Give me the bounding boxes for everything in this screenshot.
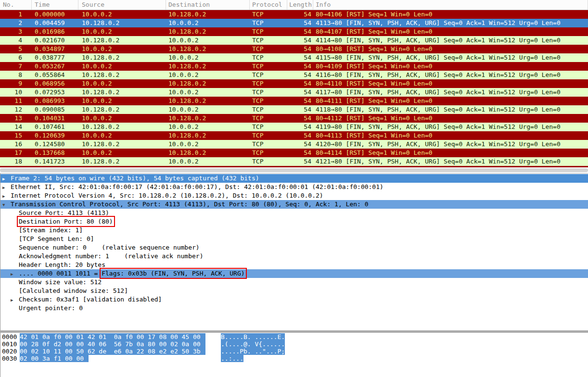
cell-destination: 10.128.0.2	[166, 45, 250, 53]
collapse-arrow-icon[interactable]: ▼	[2, 201, 11, 209]
cell-destination: 10.0.0.2	[166, 105, 250, 114]
packet-row[interactable]: 20.00445910.128.0.210.0.0.2TCP544113→80 …	[0, 19, 588, 27]
pane-splitter-top[interactable]	[0, 167, 588, 173]
cell-protocol: TCP	[250, 45, 287, 53]
cell-destination: 10.128.0.2	[166, 114, 250, 123]
packet-row[interactable]: 150.12063910.0.0.210.128.0.2TCP5480→4113…	[0, 131, 588, 140]
cell-protocol: TCP	[250, 97, 287, 105]
detail-line-frame[interactable]: ▶Frame 2: 54 bytes on wire (432 bits), 5…	[0, 174, 588, 183]
field-text: Sequence number: 0 (relative sequence nu…	[19, 244, 200, 251]
hex-bytes[interactable]: 00 28 0f d2 00 00 40 06 56 7b 0a 80 00 0…	[20, 340, 205, 348]
hex-ascii[interactable]: B.....B. ......E.	[221, 333, 285, 340]
splitter-handle[interactable]	[0, 168, 588, 172]
cell-length: 54	[287, 27, 313, 36]
cell-time: 0.034897	[32, 45, 78, 53]
hex-bytes[interactable]: 02 00 3a f1 00 00	[20, 355, 89, 362]
column-header-source[interactable]: Source	[78, 0, 166, 10]
packet-row[interactable]: 120.09008510.128.0.210.0.0.2TCP544118→80…	[0, 105, 588, 114]
cell-time: 0.104031	[32, 114, 78, 123]
cell-source: 10.128.0.2	[78, 105, 166, 114]
detail-line-header-length[interactable]: Header Length: 20 bytes	[0, 261, 588, 269]
cell-time: 0.021670	[32, 36, 78, 45]
cell-source: 10.128.0.2	[78, 157, 166, 166]
column-header-no[interactable]: No.	[0, 0, 32, 10]
packet-row[interactable]: 170.13766810.0.0.210.128.0.2TCP5480→4114…	[0, 149, 588, 157]
column-header-time[interactable]: Time	[32, 0, 78, 10]
expand-arrow-icon[interactable]: ▶	[11, 270, 19, 278]
detail-line-flags[interactable]: ▶.... 0000 0011 1011 = Flags: 0x03b (FIN…	[0, 269, 588, 278]
cell-no: 12	[0, 105, 32, 114]
packet-row[interactable]: 10.00000010.0.0.210.128.0.2TCP5480→4106 …	[0, 10, 588, 19]
detail-line-window-size[interactable]: Window size value: 512	[0, 278, 588, 287]
cell-destination: 10.128.0.2	[166, 131, 250, 140]
cell-source: 10.0.0.2	[78, 79, 166, 88]
packet-row[interactable]: 30.01698610.0.0.210.128.0.2TCP5480→4107 …	[0, 27, 588, 36]
cell-info: 80→4109 [RST] Seq=1 Win=0 Len=0	[313, 62, 588, 71]
cell-time: 0.090085	[32, 105, 78, 114]
cell-no: 9	[0, 79, 32, 88]
packet-row[interactable]: 100.07295310.128.0.210.0.0.2TCP544117→80…	[0, 88, 588, 97]
packet-row[interactable]: 50.03489710.0.0.210.128.0.2TCP5480→4108 …	[0, 45, 588, 53]
hex-ascii[interactable]: ..:...	[221, 355, 243, 362]
cell-protocol: TCP	[250, 62, 287, 71]
packet-row[interactable]: 160.12458010.128.0.210.0.0.2TCP544120→80…	[0, 140, 588, 149]
cell-destination: 10.0.0.2	[166, 140, 250, 149]
packet-row[interactable]: 40.02167010.128.0.210.0.0.2TCP544114→80 …	[0, 36, 588, 45]
column-header-info[interactable]: Info	[313, 0, 588, 10]
hex-ascii[interactable]: .(....@. V{......	[221, 340, 285, 348]
detail-line-segment-len[interactable]: [TCP Segment Len: 0]	[0, 235, 588, 243]
annotation-box: Flags: 0x03b (FIN, SYN, PSH, ACK, URG)	[102, 270, 244, 277]
cell-protocol: TCP	[250, 114, 287, 123]
hex-ascii[interactable]: .....Pb. .."...P;	[221, 348, 285, 355]
expand-arrow-icon[interactable]: ▶	[2, 192, 11, 201]
cell-destination: 10.128.0.2	[166, 79, 250, 88]
cell-source: 10.128.0.2	[78, 71, 166, 79]
cell-length: 54	[287, 71, 313, 79]
cell-destination: 10.0.0.2	[166, 19, 250, 27]
hex-offset: 0010	[0, 340, 20, 348]
cell-length: 54	[287, 149, 313, 157]
detail-line-tcp[interactable]: ▼Transmission Control Protocol, Src Port…	[0, 200, 588, 209]
column-header-length[interactable]: Length	[287, 0, 313, 10]
cell-protocol: TCP	[250, 105, 287, 114]
packet-row[interactable]: 140.10746110.128.0.210.0.0.2TCP544119→80…	[0, 123, 588, 131]
cell-source: 10.0.0.2	[78, 97, 166, 105]
cell-source: 10.128.0.2	[78, 53, 166, 62]
cell-time: 0.068956	[32, 79, 78, 88]
field-text: Header Length: 20 bytes	[19, 261, 105, 268]
cell-time: 0.000000	[32, 10, 78, 19]
detail-line-urgent-pointer[interactable]: Urgent pointer: 0	[0, 304, 588, 313]
cell-no: 8	[0, 71, 32, 79]
detail-line-ethernet[interactable]: ▶Ethernet II, Src: 42:01:0a:f0:00:17 (42…	[0, 183, 588, 191]
cell-info: 4120→80 [FIN, SYN, PSH, ACK, URG] Seq=0 …	[313, 140, 588, 149]
expand-arrow-icon[interactable]: ▶	[2, 183, 11, 192]
packet-row[interactable]: 70.05326710.0.0.210.128.0.2TCP5480→4109 …	[0, 62, 588, 71]
packet-row[interactable]: 180.14172310.128.0.210.0.0.2TCP544121→80…	[0, 157, 588, 166]
detail-line-calc-window[interactable]: [Calculated window size: 512]	[0, 287, 588, 295]
detail-line-ip[interactable]: ▶Internet Protocol Version 4, Src: 10.12…	[0, 191, 588, 200]
packet-row[interactable]: 60.03877710.128.0.210.0.0.2TCP544115→80 …	[0, 53, 588, 62]
expand-arrow-icon[interactable]: ▶	[11, 296, 19, 304]
cell-time: 0.137668	[32, 149, 78, 157]
cell-source: 10.0.0.2	[78, 27, 166, 36]
detail-line-src-port[interactable]: Source Port: 4113 (4113)	[0, 209, 588, 217]
detail-line-checksum[interactable]: ▶Checksum: 0x3af1 [validation disabled]	[0, 295, 588, 304]
expand-arrow-icon[interactable]: ▶	[2, 175, 11, 183]
detail-line-dst-port[interactable]: Destination Port: 80 (80)	[0, 217, 588, 226]
packet-row[interactable]: 130.10403110.0.0.210.128.0.2TCP5480→4112…	[0, 114, 588, 123]
cell-protocol: TCP	[250, 157, 287, 166]
cell-protocol: TCP	[250, 19, 287, 27]
packet-row[interactable]: 110.08699310.0.0.210.128.0.2TCP5480→4111…	[0, 97, 588, 105]
cell-length: 54	[287, 97, 313, 105]
hex-bytes[interactable]: 42 01 0a f0 00 01 42 01 0a f0 00 17 08 0…	[20, 333, 205, 340]
packet-row[interactable]: 90.06895610.0.0.210.128.0.2TCP5480→4110 …	[0, 79, 588, 88]
detail-line-seq-number[interactable]: Sequence number: 0 (relative sequence nu…	[0, 243, 588, 252]
column-header-destination[interactable]: Destination	[166, 0, 250, 10]
hex-bytes[interactable]: 00 02 10 11 00 50 62 de e6 0a 22 08 e2 e…	[20, 348, 205, 355]
cell-length: 54	[287, 45, 313, 53]
packet-row[interactable]: 80.05586410.128.0.210.0.0.2TCP544116→80 …	[0, 71, 588, 79]
detail-line-stream-index[interactable]: [Stream index: 1]	[0, 226, 588, 235]
detail-line-ack-number[interactable]: Acknowledgment number: 1 (relative ack n…	[0, 252, 588, 261]
column-header-protocol[interactable]: Protocol	[250, 0, 287, 10]
cell-protocol: TCP	[250, 36, 287, 45]
